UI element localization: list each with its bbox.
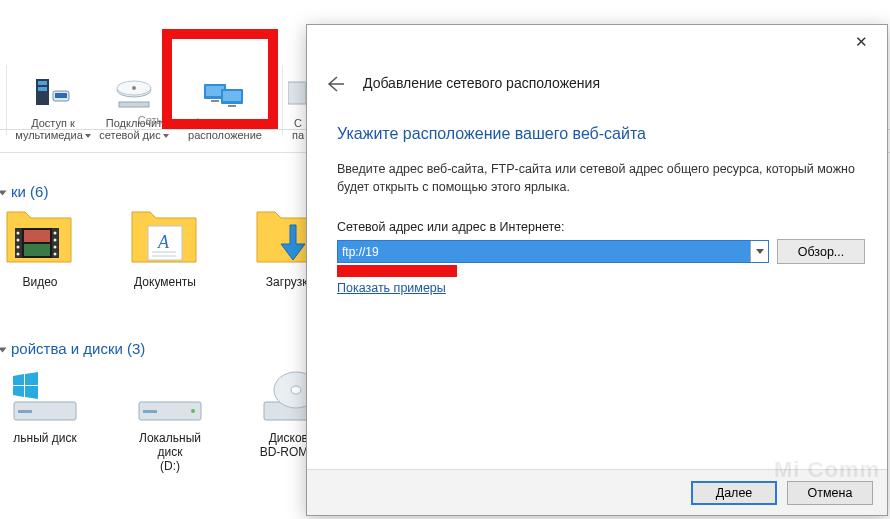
section-title: ки (6)	[11, 183, 48, 200]
svg-point-22	[17, 253, 20, 256]
drive-local-d[interactable]: Локальный диск (D:)	[125, 370, 215, 473]
svg-point-25	[54, 246, 57, 249]
chevron-down-icon	[85, 134, 91, 138]
ribbon-label: С	[294, 117, 302, 129]
drive-icon	[133, 370, 208, 425]
ribbon-label: расположение	[188, 129, 262, 141]
folders-list: Видео A Документы Загрузки	[0, 210, 330, 289]
svg-point-20	[17, 239, 20, 242]
section-header-folders[interactable]: ки (6)	[0, 183, 48, 200]
ribbon-item-cut[interactable]: С па	[288, 75, 308, 141]
browse-button[interactable]: Обзор...	[777, 239, 865, 264]
arrow-left-icon	[325, 75, 345, 93]
drive-label: Локальный диск	[139, 431, 201, 459]
folder-documents-icon: A	[130, 210, 200, 270]
svg-point-38	[191, 409, 195, 413]
next-button[interactable]: Далее	[691, 481, 777, 505]
svg-point-24	[54, 239, 57, 242]
ribbon-label: сетевой дис	[99, 129, 160, 141]
address-field-label: Сетевой адрес или адрес в Интернете:	[337, 220, 564, 234]
svg-rect-1	[38, 81, 47, 85]
folder-label: Документы	[134, 275, 196, 289]
address-input[interactable]	[338, 241, 750, 262]
svg-point-41	[291, 386, 301, 394]
ribbon-media-access[interactable]: Доступ к мультимедиа	[14, 75, 92, 141]
chevron-down-icon	[0, 191, 7, 196]
svg-rect-4	[55, 93, 67, 98]
svg-rect-37	[143, 410, 157, 413]
annotation-redaction	[337, 265, 457, 277]
drive-local-c[interactable]: льный диск	[0, 370, 90, 473]
folder-label: Видео	[22, 275, 57, 289]
ribbon-label: па	[292, 129, 304, 141]
svg-rect-27	[24, 230, 50, 242]
drive-label: (D:)	[160, 459, 180, 473]
address-dropdown-button[interactable]	[750, 241, 768, 262]
folder-documents[interactable]: A Документы	[125, 210, 205, 289]
close-button[interactable]: ✕	[841, 29, 881, 57]
media-server-icon	[14, 75, 92, 115]
drives-list: льный диск Локальный диск (D:) BD Дисков…	[0, 370, 340, 473]
ribbon-label: мультимедиа	[15, 129, 83, 141]
svg-point-26	[54, 253, 57, 256]
drive-windows-icon	[8, 370, 83, 425]
folder-video-icon	[5, 210, 75, 270]
svg-point-23	[54, 232, 57, 235]
section-header-drives[interactable]: ройства и диски (3)	[0, 340, 145, 357]
svg-text:A: A	[157, 232, 170, 252]
drive-label: льный диск	[13, 431, 77, 445]
back-button[interactable]	[325, 75, 349, 99]
section-title: ройства и диски (3)	[11, 340, 145, 357]
chevron-down-icon	[756, 249, 764, 254]
svg-rect-8	[119, 102, 149, 107]
svg-rect-28	[24, 244, 50, 256]
chevron-down-icon	[0, 348, 7, 353]
svg-point-7	[132, 86, 136, 90]
show-examples-link[interactable]: Показать примеры	[337, 281, 446, 295]
svg-point-21	[17, 246, 20, 249]
svg-point-19	[17, 232, 20, 235]
wizard-title: Добавление сетевого расположения	[363, 75, 600, 91]
folder-videos[interactable]: Видео	[0, 210, 80, 289]
wizard-description: Введите адрес веб-сайта, FTP-сайта или с…	[337, 160, 859, 196]
address-combobox[interactable]	[337, 240, 769, 263]
panel-icon	[288, 75, 308, 115]
ribbon-label: Доступ к	[31, 117, 75, 129]
wizard-footer: Далее Отмена	[307, 469, 887, 515]
chevron-down-icon	[163, 134, 169, 138]
wizard-heading: Укажите расположение вашего веб-сайта	[337, 125, 646, 143]
add-network-location-wizard: ✕ Добавление сетевого расположения Укажи…	[306, 24, 888, 516]
svg-rect-15	[288, 82, 306, 104]
svg-rect-34	[18, 410, 32, 413]
svg-rect-2	[38, 87, 47, 91]
cancel-button[interactable]: Отмена	[787, 481, 873, 505]
annotation-highlight	[162, 29, 278, 129]
